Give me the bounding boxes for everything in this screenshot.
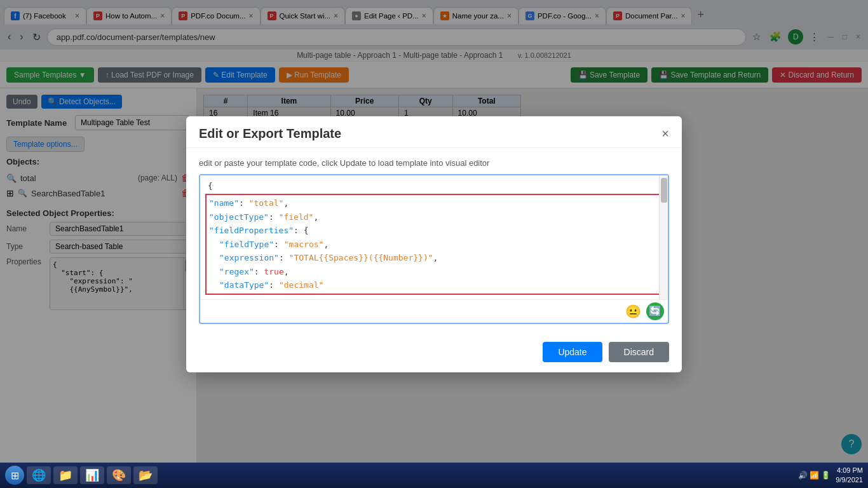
code-line-name: "name": "total",: [207, 196, 661, 210]
taskbar-files-icon: 📂: [139, 468, 153, 482]
json-punct-comma2: ,: [313, 212, 318, 222]
json-val-regex: true: [264, 267, 283, 276]
editor-container: { "name": "total", "objectType": "field"…: [200, 175, 668, 299]
code-editor[interactable]: { "name": "total", "objectType": "field"…: [200, 175, 668, 299]
editor-scrollbar[interactable]: [659, 175, 668, 299]
taskbar-paint-icon: 🎨: [112, 468, 126, 482]
json-punct-colon4: :: [274, 240, 284, 249]
taskbar-chrome-icon: 🌐: [32, 468, 46, 482]
discard-modal-button[interactable]: Discard: [609, 342, 669, 362]
json-punct-colon3: : {: [294, 226, 308, 235]
json-punct-comma5: ,: [433, 253, 438, 262]
taskbar-folder-icon: 📁: [58, 468, 72, 482]
taskbar-time-value: 4:09 PM: [836, 466, 863, 475]
json-val-name: "total": [249, 198, 284, 208]
json-key-name: "name": [209, 198, 239, 208]
json-key-objecttype: "objectType": [209, 212, 269, 222]
json-punct-colon5: :: [279, 253, 289, 262]
json-punct-comma4: ,: [323, 240, 329, 249]
modal-close-button[interactable]: ×: [661, 126, 669, 141]
json-punct-comma6: ,: [284, 267, 289, 276]
modal-overlay[interactable]: Edit or Export Template × edit or paste …: [0, 0, 868, 488]
modal-editor-wrap: { "name": "total", "objectType": "field"…: [199, 174, 669, 324]
json-val-expression: "TOTAL{{Spaces}}({{Number}})": [289, 253, 433, 262]
taskbar-date-value: 9/9/2021: [836, 475, 863, 485]
taskbar: ⊞ 🌐 📁 📊 🎨 📂 🔊 📶 🔋 4:09 PM 9/9/2021: [0, 463, 868, 488]
code-line-regex: "regex": true,: [207, 265, 661, 279]
json-key-expression: "expression": [219, 253, 279, 262]
json-punct-colon2: :: [269, 212, 279, 222]
code-line-fieldprops: "fieldProperties": {: [207, 224, 661, 238]
editor-scroll-thumb: [661, 178, 667, 203]
code-line-expression: "expression": "TOTAL{{Spaces}}({{Number}…: [207, 251, 661, 265]
code-line-datatype: "dataType": "decimal": [207, 278, 661, 292]
edit-export-modal: Edit or Export Template × edit or paste …: [186, 116, 682, 372]
code-line-objecttype: "objectType": "field",: [207, 210, 661, 224]
taskbar-app-paint[interactable]: 🎨: [107, 466, 131, 484]
taskbar-app-files[interactable]: 📂: [133, 466, 158, 484]
start-button[interactable]: ⊞: [5, 466, 24, 485]
update-button[interactable]: Update: [543, 342, 602, 362]
json-punct-cb: },: [208, 298, 227, 299]
json-key-fieldprops: "fieldProperties": [209, 226, 294, 235]
taskbar-app-chrome[interactable]: 🌐: [27, 466, 51, 484]
code-line-open: {: [205, 179, 663, 193]
highlighted-code-block: "name": "total", "objectType": "field", …: [205, 194, 663, 295]
json-punct-colon1: :: [239, 198, 249, 208]
json-val-datatype: "decimal": [279, 280, 323, 290]
taskbar-app-folder[interactable]: 📁: [53, 466, 78, 484]
json-val-fieldtype: "macros": [284, 240, 324, 249]
json-punct-comma1: ,: [283, 198, 288, 208]
modal-footer: Update Discard: [186, 334, 682, 372]
json-key-regex: "regex": [219, 267, 254, 276]
modal-body: edit or paste your template code, click …: [186, 148, 682, 334]
emoji-neutral-button[interactable]: 😐: [625, 304, 641, 319]
taskbar-time: 4:09 PM 9/9/2021: [836, 466, 863, 485]
json-val-objecttype: "field": [279, 212, 314, 222]
json-punct: {: [208, 181, 213, 191]
json-punct-colon6: :: [254, 267, 264, 276]
json-punct-colon7: :: [269, 280, 279, 290]
code-line-fieldtype: "fieldType": "macros",: [207, 238, 661, 252]
code-line-closing-brace: },: [205, 296, 663, 299]
modal-description: edit or paste your template code, click …: [199, 158, 669, 168]
taskbar-right: 🔊 📶 🔋 4:09 PM 9/9/2021: [798, 466, 864, 485]
emoji-refresh-button[interactable]: 🔄: [646, 302, 664, 320]
taskbar-icons: 🔊 📶 🔋: [798, 471, 831, 480]
modal-header: Edit or Export Template ×: [186, 116, 682, 148]
modal-title: Edit or Export Template: [199, 126, 341, 141]
json-key-fieldtype: "fieldType": [219, 240, 274, 249]
editor-toolbar: 😐 🔄: [200, 299, 668, 323]
taskbar-excel-icon: 📊: [85, 468, 99, 482]
json-key-datatype: "dataType": [219, 280, 269, 290]
taskbar-app-excel[interactable]: 📊: [80, 466, 104, 484]
